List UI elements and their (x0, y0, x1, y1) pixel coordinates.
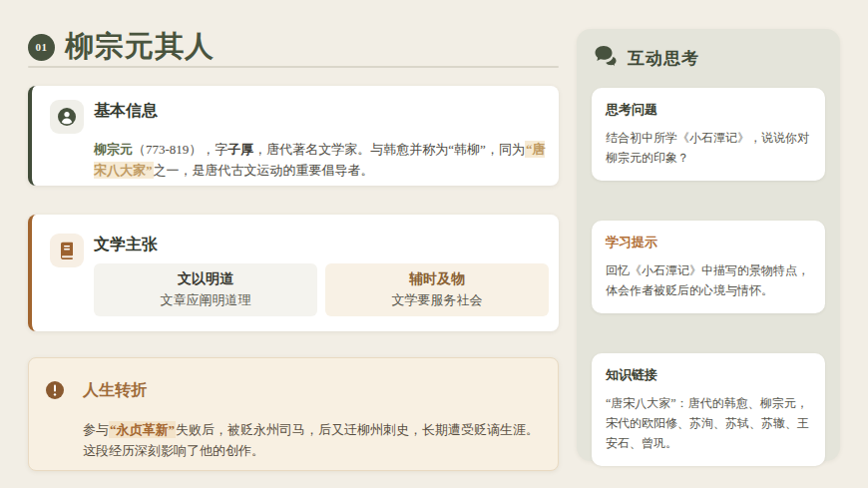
chat-bubbles-icon (594, 45, 619, 72)
view-desc: 文章应阐明道理 (161, 291, 251, 309)
side-card-heading: 学习提示 (606, 234, 811, 251)
thinking-question-card: 思考问题 结合初中所学《小石潭记》，说说你对柳宗元的印象？ (592, 88, 825, 181)
book-icon (50, 234, 84, 267)
side-card-heading: 知识链接 (606, 366, 811, 384)
title-divider (28, 66, 559, 68)
basic-info-title: 基本信息 (94, 101, 158, 122)
sidebar-title: 互动思考 (628, 47, 699, 70)
interactive-thinking-sidebar: 互动思考 思考问题 结合初中所学《小石潭记》，说说你对柳宗元的印象？ 学习提示 … (577, 29, 840, 461)
highlight-yongzhen: “永贞革新” (109, 421, 176, 438)
view-desc: 文学要服务社会 (392, 291, 483, 309)
life-turning-text: 参与“永贞革新”失败后，被贬永州司马，后又迁柳州刺史，长期遭受贬谪生涯。这段经历… (83, 419, 544, 461)
life-turning-title: 人生转折 (83, 380, 147, 401)
side-card-body: 回忆《小石潭记》中描写的景物特点，体会作者被贬后的心境与情怀。 (606, 260, 811, 300)
sidebar-header: 互动思考 (594, 45, 825, 72)
study-tip-card: 学习提示 回忆《小石潭记》中描写的景物特点，体会作者被贬后的心境与情怀。 (592, 221, 825, 313)
side-card-heading: 思考问题 (606, 101, 811, 119)
user-icon (50, 100, 84, 134)
author-name: 柳宗元 (94, 142, 133, 157)
basic-info-card: 基本信息 柳宗元（773-819），字子厚，唐代著名文学家。与韩愈并称为“韩柳”… (28, 86, 559, 186)
views-row: 文以明道 文章应阐明道理 辅时及物 文学要服务社会 (94, 263, 549, 316)
alert-icon (45, 380, 65, 404)
basic-info-text: 柳宗元（773-819），字子厚，唐代著名文学家。与韩愈并称为“韩柳”，同为“唐… (94, 139, 551, 181)
view-box-fushijiwu: 辅时及物 文学要服务社会 (325, 263, 549, 316)
section-number-badge: 01 (28, 34, 55, 61)
page-header: 01 柳宗元其人 (28, 27, 559, 67)
life-turning-card: 人生转折 参与“永贞革新”失败后，被贬永州司马，后又迁柳州刺史，长期遭受贬谪生涯… (28, 357, 559, 471)
knowledge-link-card: 知识链接 “唐宋八大家”：唐代的韩愈、柳宗元，宋代的欧阳修、苏洵、苏轼、苏辙、王… (592, 353, 825, 466)
side-card-body: “唐宋八大家”：唐代的韩愈、柳宗元，宋代的欧阳修、苏洵、苏轼、苏辙、王安石、曾巩… (606, 393, 811, 453)
courtesy-name: 子厚 (227, 142, 253, 157)
page-title: 柳宗元其人 (65, 27, 215, 67)
view-heading: 辅时及物 (409, 270, 465, 288)
side-card-body: 结合初中所学《小石潭记》，说说你对柳宗元的印象？ (606, 128, 811, 168)
view-heading: 文以明道 (178, 270, 233, 288)
view-box-wenyimingdao: 文以明道 文章应阐明道理 (94, 263, 317, 316)
literary-views-title: 文学主张 (94, 235, 158, 255)
literary-views-card: 文学主张 文以明道 文章应阐明道理 辅时及物 文学要服务社会 (28, 215, 559, 331)
